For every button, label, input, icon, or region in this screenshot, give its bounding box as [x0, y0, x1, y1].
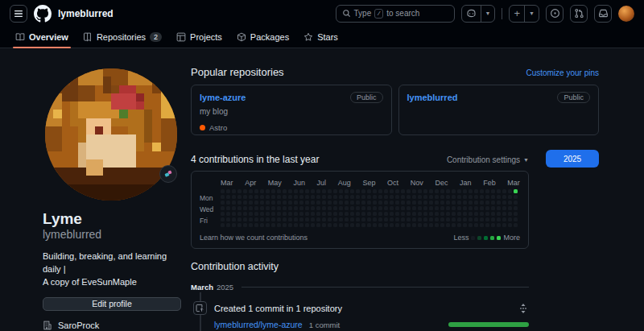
contribution-cell: [249, 223, 253, 227]
legend-cells: [471, 236, 501, 240]
tab-label: Stars: [317, 32, 338, 42]
organization-name[interactable]: SaroProck: [58, 321, 99, 330]
legend-less-label: Less: [453, 234, 469, 242]
contribution-cell: [463, 189, 467, 193]
chevron-down-icon: ▼: [529, 10, 535, 16]
contribution-cell: [474, 212, 478, 216]
create-new-button[interactable]: +: [510, 6, 524, 22]
copilot-dropdown-button[interactable]: ▼: [481, 6, 495, 22]
contribution-activity-title: Contribution activity: [191, 261, 529, 272]
contribution-cell: [299, 201, 303, 205]
organization-row[interactable]: SaroProck: [43, 321, 181, 330]
contribution-cell: [378, 201, 382, 205]
contribution-cell: [435, 201, 439, 205]
contribution-cell: [418, 206, 422, 210]
contribution-cell: [299, 195, 303, 199]
inbox-button[interactable]: [594, 5, 612, 23]
contribution-cell: [514, 217, 518, 221]
create-new-dropdown-button[interactable]: ▼: [524, 6, 539, 22]
contribution-cell: [294, 212, 298, 216]
popular-repos-title: Popular repositories: [191, 66, 284, 78]
contribution-cell: [288, 195, 292, 199]
issues-button[interactable]: [546, 5, 564, 23]
contribution-cell: [345, 223, 349, 227]
contribution-cell: [384, 223, 388, 227]
contribution-cell: [333, 189, 337, 193]
status-emoji-badge[interactable]: [159, 165, 177, 183]
contribution-cell: [249, 206, 253, 210]
contribution-cell: [356, 223, 360, 227]
contribution-cell: [271, 217, 275, 221]
repo-card-lyme-azure: lyme-azure Public my blog Astro: [191, 85, 392, 135]
contribution-cell: [333, 206, 337, 210]
contribution-cell: [260, 217, 264, 221]
contribution-cell: [361, 206, 365, 210]
repo-name-link[interactable]: lyme-azure: [200, 93, 246, 102]
context-breadcrumb[interactable]: lymeblurred: [58, 8, 114, 19]
activity-item-title: Created 1 commit in 1 repository: [214, 304, 342, 313]
contribution-cell: [243, 206, 247, 210]
profile-avatar[interactable]: [45, 68, 177, 201]
contribution-cell: [221, 189, 225, 193]
contribution-cell: [373, 195, 377, 199]
month-label: Aug: [338, 179, 351, 187]
contribution-cell: [237, 206, 242, 210]
contribution-graph-card: MarAprMayJunJulAugSepOctNovDecJanFebMar …: [191, 171, 529, 249]
contribution-cell: [514, 223, 518, 227]
contribution-cell: [311, 189, 315, 193]
tab-overview[interactable]: Overview: [8, 27, 76, 48]
contribution-cell: [339, 189, 343, 193]
tab-projects[interactable]: Projects: [169, 27, 229, 48]
contribution-cell: [457, 189, 461, 193]
edit-profile-button[interactable]: Edit profile: [43, 297, 181, 311]
contribution-cell: [305, 195, 309, 199]
contribution-cell: [485, 212, 489, 216]
status-emoji-icon: [164, 170, 172, 178]
profile-username: lymeblurred: [43, 228, 181, 241]
copilot-button[interactable]: [462, 6, 481, 22]
month-label: Jul: [317, 179, 327, 187]
contribution-cell: [412, 223, 416, 227]
contribution-cell: [485, 217, 489, 221]
contribution-cell: [407, 223, 411, 227]
search-input[interactable]: Type / to search: [336, 5, 455, 23]
contribution-cell: [311, 195, 315, 199]
contribution-cell: [440, 223, 444, 227]
fold-unfold-button[interactable]: [519, 304, 529, 313]
legend-cell: [471, 236, 475, 240]
contribution-cell: [446, 195, 450, 199]
contribution-cell: [390, 212, 394, 216]
contribution-cell: [390, 217, 394, 221]
contribution-cell: [474, 201, 478, 205]
customize-pins-link[interactable]: Customize your pins: [526, 68, 599, 77]
avatar-wrapper: [45, 68, 177, 201]
contribution-cell: [232, 189, 236, 193]
learn-contributions-link[interactable]: Learn how we count contributions: [200, 234, 308, 242]
contribution-settings-dropdown[interactable]: Contribution settings ▼: [447, 155, 529, 164]
year-2025-button[interactable]: 2025: [546, 150, 599, 168]
hamburger-menu-button[interactable]: [10, 5, 27, 23]
contribution-cell: [260, 195, 264, 199]
contribution-cell: [384, 189, 388, 193]
contribution-cell: [485, 223, 489, 227]
git-pull-request-icon: [574, 8, 584, 19]
contribution-cell: [497, 212, 501, 216]
contribution-cell: [260, 201, 264, 205]
github-logo[interactable]: [34, 5, 52, 23]
contribution-cell: [254, 189, 258, 193]
contribution-cell: [322, 195, 326, 199]
contribution-cell: [345, 189, 349, 193]
tab-stars[interactable]: Stars: [296, 27, 345, 48]
user-avatar-menu[interactable]: [618, 6, 634, 22]
pull-requests-button[interactable]: [570, 5, 588, 23]
avatar-pixel-art: [45, 68, 177, 201]
tab-repositories[interactable]: Repositories 2: [76, 27, 169, 48]
contribution-cell: [311, 212, 315, 216]
contribution-cell: [373, 212, 377, 216]
tab-packages[interactable]: Packages: [229, 27, 296, 48]
contribution-cell: [429, 223, 433, 227]
contribution-cell: [412, 189, 416, 193]
repo-name-link[interactable]: lymeblurred: [407, 93, 458, 102]
contribution-cell: [378, 212, 382, 216]
commit-repo-link[interactable]: lymeblurred/lyme-azure: [214, 320, 303, 329]
